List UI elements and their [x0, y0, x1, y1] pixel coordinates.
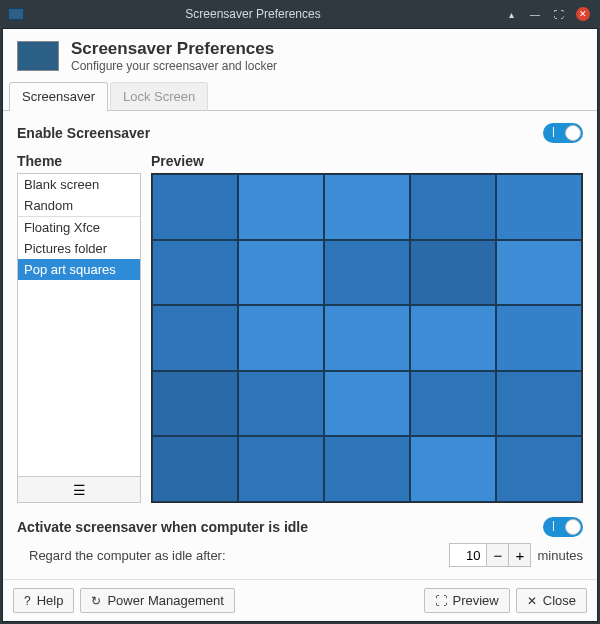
preview-cell — [496, 240, 582, 306]
power-icon: ↻ — [91, 594, 101, 608]
preview-cell — [324, 174, 410, 240]
preview-cell — [238, 240, 324, 306]
theme-item[interactable]: Floating Xfce — [18, 217, 140, 238]
preview-cell — [496, 174, 582, 240]
tab-lock-screen[interactable]: Lock Screen — [110, 82, 208, 111]
power-management-button[interactable]: ↻Power Management — [80, 588, 234, 613]
preview-cell — [152, 305, 238, 371]
preview-cell — [238, 371, 324, 437]
close-button[interactable]: ✕Close — [516, 588, 587, 613]
activate-idle-toggle[interactable] — [543, 517, 583, 537]
theme-label: Theme — [17, 153, 141, 169]
close-icon: ✕ — [527, 594, 537, 608]
idle-minutes-stepper[interactable]: 10 − + — [449, 543, 531, 567]
tabs: Screensaver Lock Screen — [3, 81, 597, 111]
idle-minutes-increment[interactable]: + — [508, 544, 530, 566]
preview-cell — [152, 436, 238, 502]
preview-cell — [410, 305, 496, 371]
fullscreen-icon: ⛶ — [435, 594, 447, 608]
window-maximize-icon[interactable]: ⛶ — [552, 7, 566, 21]
preview-area — [151, 173, 583, 503]
preview-cell — [152, 371, 238, 437]
idle-after-label: Regard the computer as idle after: — [17, 548, 226, 563]
preview-label: Preview — [151, 153, 583, 169]
preview-button[interactable]: ⛶Preview — [424, 588, 510, 613]
footer: ?Help ↻Power Management ⛶Preview ✕Close — [3, 579, 597, 621]
theme-item[interactable]: Blank screen — [18, 174, 140, 195]
preview-cell — [410, 436, 496, 502]
window-close-icon[interactable]: ✕ — [576, 7, 590, 21]
preview-cell — [238, 305, 324, 371]
help-button[interactable]: ?Help — [13, 588, 74, 613]
header: Screensaver Preferences Configure your s… — [3, 29, 597, 81]
window-title: Screensaver Preferences — [2, 7, 504, 21]
preview-cell — [496, 305, 582, 371]
main-window: Screensaver Preferences Configure your s… — [2, 28, 598, 622]
window-titlebar: Screensaver Preferences ▴ — ⛶ ✕ — [0, 0, 600, 28]
theme-list[interactable]: Blank screenRandomFloating XfcePictures … — [17, 173, 141, 477]
window-keep-above-icon[interactable]: ▴ — [504, 7, 518, 21]
preview-cell — [410, 174, 496, 240]
idle-minutes-decrement[interactable]: − — [486, 544, 508, 566]
preview-cell — [324, 371, 410, 437]
preview-cell — [324, 436, 410, 502]
header-monitor-icon — [17, 41, 59, 71]
preview-cell — [152, 240, 238, 306]
hamburger-icon: ☰ — [73, 482, 86, 498]
preview-cell — [324, 240, 410, 306]
idle-minutes-value[interactable]: 10 — [450, 544, 486, 566]
theme-item[interactable]: Random — [18, 195, 140, 216]
header-subtitle: Configure your screensaver and locker — [71, 59, 277, 73]
help-icon: ? — [24, 594, 31, 608]
theme-menu-button[interactable]: ☰ — [17, 477, 141, 503]
theme-item[interactable]: Pictures folder — [18, 238, 140, 259]
enable-screensaver-toggle[interactable] — [543, 123, 583, 143]
activate-idle-label: Activate screensaver when computer is id… — [17, 519, 308, 535]
preview-cell — [496, 436, 582, 502]
preview-cell — [152, 174, 238, 240]
preview-cell — [324, 305, 410, 371]
preview-cell — [410, 371, 496, 437]
window-minimize-icon[interactable]: — — [528, 7, 542, 21]
preview-cell — [496, 371, 582, 437]
theme-item[interactable]: Pop art squares — [18, 259, 140, 280]
preview-cell — [238, 436, 324, 502]
tab-screensaver[interactable]: Screensaver — [9, 82, 108, 111]
enable-screensaver-label: Enable Screensaver — [17, 125, 150, 141]
header-title: Screensaver Preferences — [71, 39, 277, 59]
idle-minutes-unit: minutes — [537, 548, 583, 563]
preview-cell — [410, 240, 496, 306]
preview-cell — [238, 174, 324, 240]
